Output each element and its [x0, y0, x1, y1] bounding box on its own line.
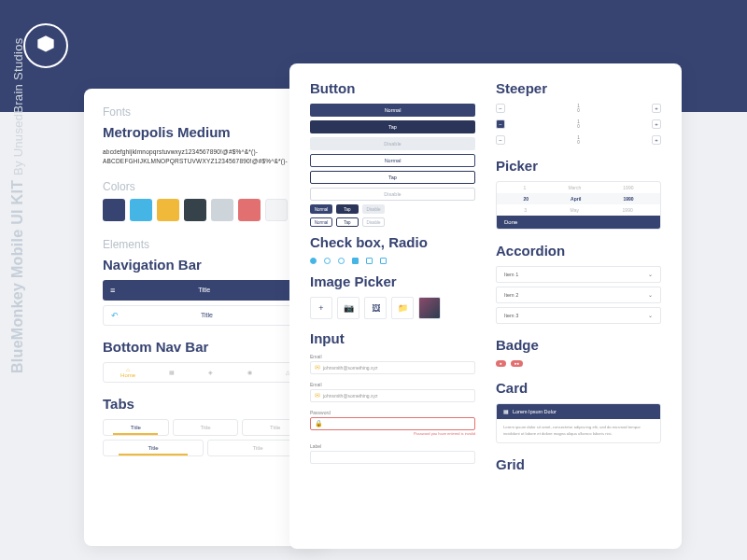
steeper-plus[interactable]: + — [652, 104, 661, 113]
steeper-minus-3[interactable]: − — [496, 135, 505, 145]
email-input-2[interactable]: ✉johnsmith@something.xyz — [310, 389, 475, 402]
email-placeholder-2: johnsmith@something.xyz — [323, 393, 377, 399]
steeper-group: −10+ −10+ −10+ — [496, 104, 661, 145]
ip-thumb[interactable] — [418, 297, 441, 319]
chevron-down-icon: ⌄ — [648, 292, 653, 298]
date-picker[interactable]: 1March1990 20April1990 3May1990 Done — [496, 181, 661, 230]
picker-heading: Picker — [496, 158, 661, 174]
ip-add[interactable]: + — [310, 297, 332, 319]
accordion-2[interactable]: Item 2⌄ — [496, 287, 661, 303]
tab-2[interactable]: Title — [173, 419, 239, 436]
swatch-red[interactable] — [238, 199, 261, 221]
menu-icon[interactable]: ≡ — [110, 286, 115, 295]
radio-off[interactable] — [324, 258, 331, 264]
bnav-3[interactable]: ◈ — [208, 369, 213, 375]
pick-m2: May — [571, 207, 579, 213]
btn-sm-normal[interactable]: Normal — [310, 204, 332, 214]
steeper-minus-2[interactable]: − — [496, 119, 505, 129]
email-label-2: Email — [310, 382, 475, 387]
pick-y2: 1990 — [623, 207, 633, 213]
btn-sm-tap[interactable]: Tap — [336, 204, 359, 214]
btn-sm-o-normal[interactable]: Normal — [310, 217, 332, 227]
swatch-grey[interactable] — [211, 199, 233, 221]
button-heading: Button — [310, 80, 475, 96]
btn-sm-dis: Disable — [362, 204, 385, 214]
pick-d2: 3 — [524, 207, 527, 213]
btn-sm-o-tap[interactable]: Tap — [336, 217, 359, 227]
password-input[interactable]: 🔒 — [310, 417, 475, 430]
card-header: ▦Lorem Ipsum Dolor — [497, 404, 660, 419]
check-off-2[interactable] — [380, 258, 387, 264]
card-body: Lorem ipsum dolor sit amet, consectetur … — [497, 419, 660, 442]
mail-icon-2: ✉ — [315, 392, 320, 399]
swatch-navy[interactable] — [103, 199, 125, 221]
bnav-home-label: Home — [120, 372, 135, 378]
badge-1: ● — [496, 360, 506, 367]
mail-icon: ✉ — [315, 364, 320, 371]
color-swatches — [103, 199, 308, 221]
label-label: Label — [310, 443, 475, 449]
btn-outline-disabled: Disable — [310, 188, 475, 201]
btn-outline-normal[interactable]: Normal — [310, 154, 475, 167]
imagepicker-heading: Image Picker — [310, 273, 475, 289]
checkbox-row — [310, 258, 475, 264]
picker-done[interactable]: Done — [497, 216, 660, 229]
bnav-4[interactable]: ◉ — [247, 369, 252, 375]
badge-heading: Badge — [496, 337, 661, 353]
check-off[interactable] — [366, 258, 373, 264]
swatch-dark[interactable] — [184, 199, 206, 221]
checkbox-heading: Check box, Radio — [310, 234, 475, 250]
swatch-blue[interactable] — [130, 199, 152, 221]
btn-primary-tap[interactable]: Tap — [310, 120, 475, 133]
label-input[interactable] — [310, 451, 475, 464]
chevron-down-icon: ⌄ — [648, 272, 653, 277]
ip-camera[interactable]: 📷 — [337, 297, 359, 319]
accordion-3[interactable]: Item 3⌄ — [496, 307, 661, 324]
card-heading: Card — [496, 380, 661, 396]
input-heading: Input — [310, 330, 475, 346]
ip-gallery[interactable]: 🖼 — [364, 297, 387, 319]
bottom-nav: ⌂Home ▦ ◈ ◉ △ — [103, 362, 308, 383]
navbar-light: ↶ Title ⤴ — [103, 305, 308, 326]
btn-primary-normal[interactable]: Normal — [310, 104, 475, 117]
bnav-home[interactable]: ⌂Home — [120, 367, 135, 378]
pick-y0: 1990 — [623, 185, 633, 190]
card-title: Lorem Ipsum Dolor — [513, 409, 557, 414]
ip-file[interactable]: 📁 — [391, 297, 414, 319]
tab-1[interactable]: Title — [103, 419, 169, 436]
radio-off-2[interactable] — [338, 258, 345, 264]
check-on[interactable] — [352, 258, 359, 264]
email-placeholder: johnsmith@something.xyz — [323, 365, 377, 371]
card-example[interactable]: ▦Lorem Ipsum Dolor Lorem ipsum dolor sit… — [496, 403, 661, 443]
swatch-light[interactable] — [265, 199, 288, 221]
swatch-gold[interactable] — [157, 199, 179, 221]
bnav-2[interactable]: ▦ — [169, 369, 175, 375]
panel-right: Button Normal Tap Disable Normal Tap Dis… — [289, 63, 682, 549]
badge-2: ●● — [511, 360, 523, 367]
steeper-minus[interactable]: − — [496, 104, 505, 113]
radio-on[interactable] — [310, 258, 317, 264]
email-label: Email — [310, 354, 475, 359]
font-family: Metropolis Medium — [103, 124, 308, 140]
email-input[interactable]: ✉johnsmith@something.xyz — [310, 361, 475, 374]
steeper-num-b: 0 — [577, 108, 580, 113]
acc-2-label: Item 2 — [504, 292, 518, 298]
accordion-1[interactable]: Item 1⌄ — [496, 266, 661, 283]
charset: abcdefghijklmnopqrstuvwxyz1234567890!@#$… — [103, 147, 308, 167]
btn-outline-tap[interactable]: Tap — [310, 171, 475, 184]
brand-logo — [23, 23, 68, 68]
tabs-row-2: Title Title — [103, 440, 308, 456]
colors-heading: Colors — [103, 180, 308, 193]
password-error: Password you have entered is invalid — [310, 431, 475, 436]
fonts-heading: Fonts — [103, 105, 308, 119]
steeper-plus-2[interactable]: + — [652, 119, 661, 129]
tab-1b[interactable]: Title — [103, 440, 204, 456]
badge-row: ● ●● — [496, 360, 661, 367]
steeper-num-2b: 0 — [577, 124, 580, 129]
steeper-plus-3[interactable]: + — [652, 135, 661, 145]
back-icon[interactable]: ↶ — [111, 311, 119, 320]
btn-primary-disabled: Disable — [310, 137, 475, 150]
image-picker-row: + 📷 🖼 📁 — [310, 297, 475, 319]
card-icon: ▦ — [503, 409, 509, 414]
bottomnav-heading: Bottom Nav Bar — [103, 339, 308, 355]
